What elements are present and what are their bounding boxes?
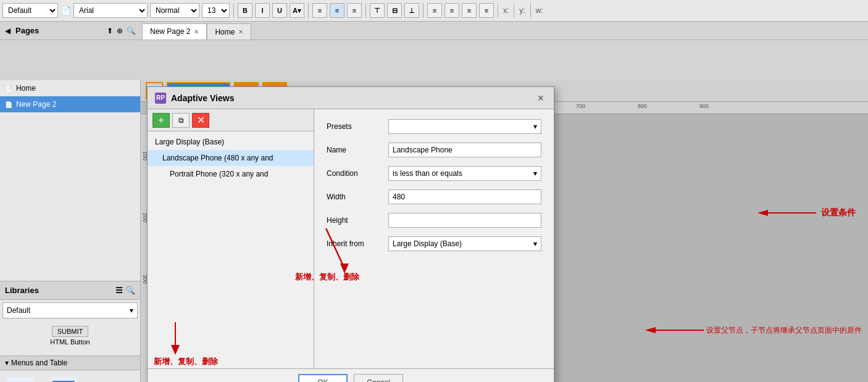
height-input[interactable] <box>388 213 541 228</box>
condition-value: is less than or equals <box>393 169 462 178</box>
condition-select[interactable]: is less than or equals ▾ <box>388 166 541 181</box>
annotation-inherit-text: 设置父节点，子节点将继承父节点页面中的原件 <box>706 325 862 336</box>
home-page-icon: 📄 <box>5 85 12 92</box>
menus-collapse-icon: ▾ <box>5 359 9 367</box>
width-input[interactable] <box>388 189 541 204</box>
inherit-value: Large Display (Base) <box>393 239 462 248</box>
list-item-large-display[interactable]: Large Display (Base) <box>148 134 314 150</box>
font-color-button[interactable]: A▾ <box>290 3 304 18</box>
presets-select[interactable]: ▾ <box>388 119 541 134</box>
name-input[interactable] <box>388 143 541 157</box>
new-page-2-icon: 📄 <box>5 101 12 108</box>
tab-home-close[interactable]: ✕ <box>238 28 243 35</box>
underline-button[interactable]: U <box>272 3 287 18</box>
tab-bar: ◀ Pages ⬆ ⊕ 🔍 New Page 2 ✕ Home ✕ <box>0 22 868 40</box>
libraries-search-icon[interactable]: 🔍 <box>125 286 135 295</box>
tree-icon <box>5 375 36 382</box>
indent-button[interactable]: ≡ <box>444 3 459 18</box>
list-item-landscape-phone[interactable]: Landscape Phone (480 x any and <box>148 150 314 166</box>
library-dropdown[interactable]: Default ▾ <box>2 302 138 318</box>
html-button-widget[interactable]: SUBMIT HTML Button <box>5 326 135 346</box>
toolbar-icon-1: 📄 <box>61 6 71 15</box>
modal-left-panel: + ⧉ ✕ Large Display (Base) Landscape Pho… <box>148 109 314 368</box>
presets-row: Presets ▾ <box>327 119 541 134</box>
libraries-section: Libraries ☰ 🔍 Default ▾ SUBMIT HTML Butt… <box>0 281 140 382</box>
pages-add-icon[interactable]: ⊕ <box>117 27 123 35</box>
italic-button[interactable]: I <box>255 3 270 18</box>
align-middle-button[interactable]: ⊟ <box>387 3 402 18</box>
pages-icons: ⬆ ⊕ 🔍 <box>107 27 136 35</box>
annotation-area: 新增、复制、删除 <box>148 356 314 368</box>
pages-title: Pages <box>15 26 39 35</box>
libraries-list-icon[interactable]: ☰ <box>115 286 123 295</box>
library-dropdown-arrow: ▾ <box>130 306 133 315</box>
page-item-new-page-2[interactable]: 📄 New Page 2 <box>0 96 140 112</box>
arrow-down-new <box>320 225 357 276</box>
align-bottom-button[interactable]: ⊥ <box>404 3 419 18</box>
separator-1 <box>233 3 234 18</box>
pages-search-icon[interactable]: 🔍 <box>127 27 136 35</box>
list-button[interactable]: ≡ <box>479 3 494 18</box>
tab-new-page-2[interactable]: New Page 2 ✕ <box>142 23 207 39</box>
arrow-down-1 <box>166 319 185 358</box>
table-widget[interactable]: Table <box>48 375 79 382</box>
width-label: Width <box>327 193 382 201</box>
cancel-button[interactable]: Cancel <box>354 374 403 383</box>
libraries-title: Libraries <box>5 286 39 295</box>
text-style-select[interactable]: Normal <box>150 3 199 18</box>
font-select[interactable]: Arial <box>73 3 148 18</box>
pages-export-icon[interactable]: ⬆ <box>107 27 113 35</box>
add-view-button[interactable]: + <box>152 113 170 128</box>
style-select[interactable]: Default <box>2 3 58 18</box>
new-page-2-label: New Page 2 <box>16 100 56 109</box>
align-right-button[interactable]: ≡ <box>347 3 362 18</box>
modal-close-btn[interactable]: ✕ <box>535 93 546 104</box>
svg-marker-27 <box>645 327 656 333</box>
list-item-portrait-phone[interactable]: Portrait Phone (320 x any and <box>148 166 314 182</box>
canvas-area: Large Display 480 320 Affect All Views 1… <box>141 80 868 382</box>
tree-widget[interactable]: Tree <box>5 375 36 382</box>
collapse-icon[interactable]: ◀ <box>5 27 10 35</box>
annotation-condition-text: 设置条件 <box>821 207 856 218</box>
modal-overlay: RP Adaptive Views ✕ + ⧉ ✕ <box>141 80 868 382</box>
w-label: w: <box>535 6 545 15</box>
name-label: Name <box>327 146 382 154</box>
align-top-button[interactable]: ⊤ <box>370 3 385 18</box>
tab-new-page-2-close[interactable]: ✕ <box>194 28 199 35</box>
copy-view-button[interactable]: ⧉ <box>172 113 190 128</box>
modal-footer: OK Cancel <box>148 368 554 382</box>
tab-home-label: Home <box>215 28 235 36</box>
inherit-select[interactable]: Large Display (Base) ▾ <box>388 236 541 251</box>
separator-7 <box>530 3 531 18</box>
bold-button[interactable]: B <box>238 3 252 18</box>
annotation-new-text: 新增、复制、删除 <box>295 272 359 281</box>
condition-arrow: ▾ <box>533 169 537 178</box>
separator-2 <box>308 3 309 18</box>
widget-area: SUBMIT HTML Button <box>0 321 140 355</box>
x-label: x: <box>502 6 510 15</box>
annotation-new-label: 新增、复制、删除 <box>154 356 218 367</box>
inherit-arrow: ▾ <box>533 239 537 248</box>
menus-table-header[interactable]: ▾ Menus and Table <box>0 355 140 370</box>
delete-view-button[interactable]: ✕ <box>192 113 209 128</box>
svg-rect-0 <box>7 377 34 382</box>
modal-title: Adaptive Views <box>171 93 530 103</box>
y-label: y: <box>518 6 526 15</box>
separator-4 <box>423 3 424 18</box>
svg-line-24 <box>326 228 344 268</box>
page-item-home[interactable]: 📄 Home <box>0 80 140 96</box>
height-label: Height <box>327 216 382 225</box>
libraries-header: Libraries ☰ 🔍 <box>0 281 140 300</box>
modal-title-icon: RP <box>155 93 166 104</box>
home-page-label: Home <box>16 84 36 93</box>
outdent-button[interactable]: ≡ <box>462 3 477 18</box>
separator-5 <box>498 3 498 18</box>
align-left-button[interactable]: ≡ <box>312 3 327 18</box>
align-center-button[interactable]: ≡ <box>330 3 344 18</box>
size-select[interactable]: 13 <box>202 3 230 18</box>
modal-list-toolbar: + ⧉ ✕ <box>148 109 314 131</box>
copy-icon: ⧉ <box>178 116 184 125</box>
tab-home[interactable]: Home ✕ <box>207 23 251 39</box>
bullet-button[interactable]: ≡ <box>427 3 442 18</box>
ok-button[interactable]: OK <box>298 374 348 383</box>
